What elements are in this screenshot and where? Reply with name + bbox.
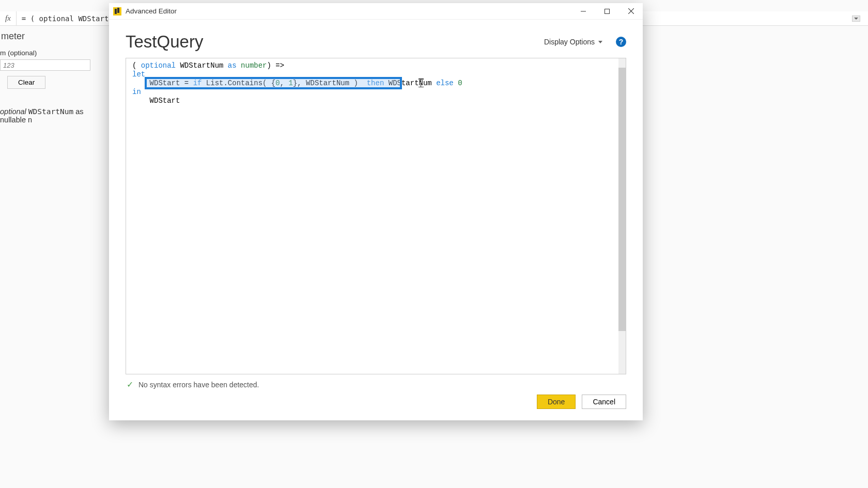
syntax-status: ✓ No syntax errors have been detected. bbox=[126, 374, 626, 395]
parameter-label: m (optional) bbox=[0, 49, 109, 57]
help-icon[interactable]: ? bbox=[616, 37, 626, 47]
scrollbar-thumb[interactable] bbox=[618, 68, 626, 331]
formula-dropdown-icon[interactable] bbox=[852, 15, 860, 22]
parameter-title: meter bbox=[0, 31, 109, 42]
dialog-title-bar: Advanced Editor bbox=[109, 3, 643, 20]
svg-rect-1 bbox=[605, 9, 610, 13]
chevron-down-icon bbox=[598, 41, 602, 43]
minimize-button[interactable] bbox=[571, 3, 595, 20]
app-icon bbox=[113, 7, 121, 15]
parameter-input[interactable] bbox=[0, 59, 90, 71]
type-description: optional WDStartNum as nullable n bbox=[0, 107, 109, 124]
advanced-editor-dialog: Advanced Editor TestQuery Display Option… bbox=[109, 3, 643, 420]
parameter-panel: meter m (optional) Clear optional WDStar… bbox=[0, 31, 109, 124]
dialog-title: Advanced Editor bbox=[126, 7, 177, 15]
close-button[interactable] bbox=[619, 3, 643, 20]
code-editor[interactable]: ( optional WDStartNum as number) => let … bbox=[126, 58, 626, 374]
display-options-dropdown[interactable]: Display Options bbox=[544, 38, 602, 46]
fx-icon[interactable]: fx bbox=[0, 11, 17, 25]
query-name: TestQuery bbox=[126, 32, 544, 52]
clear-button[interactable]: Clear bbox=[7, 76, 45, 89]
check-icon: ✓ bbox=[127, 380, 133, 389]
cancel-button[interactable]: Cancel bbox=[582, 395, 626, 409]
maximize-button[interactable] bbox=[595, 3, 619, 20]
done-button[interactable]: Done bbox=[537, 395, 576, 409]
